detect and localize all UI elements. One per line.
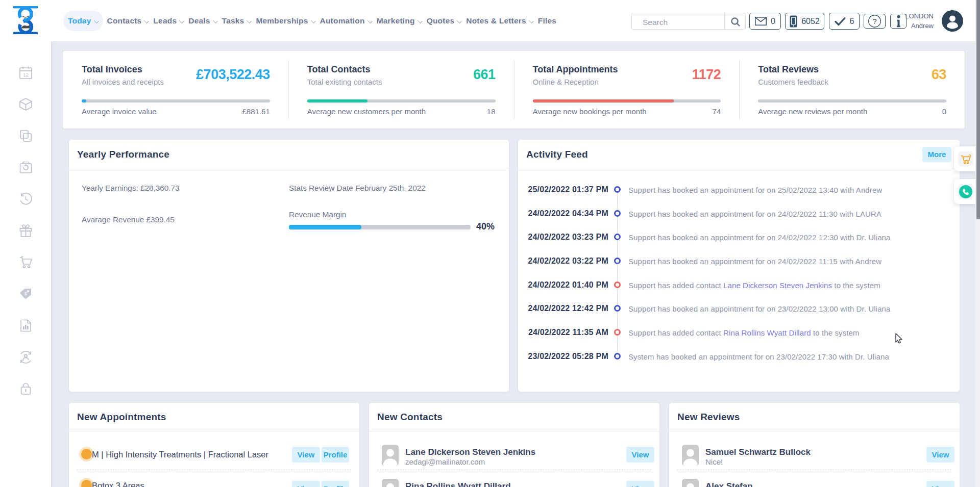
svg-text:$: $ <box>24 291 27 296</box>
svg-text:?: ? <box>872 17 876 25</box>
svg-text:12: 12 <box>23 72 29 78</box>
